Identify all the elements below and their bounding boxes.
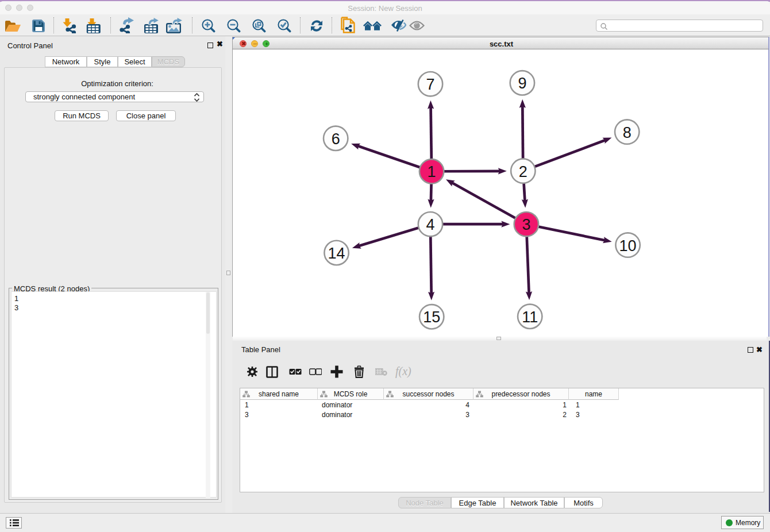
svg-text:7: 7 (426, 76, 434, 93)
svg-text:9: 9 (518, 75, 526, 92)
svg-text:10: 10 (619, 237, 637, 255)
svg-text:2: 2 (519, 163, 528, 180)
svg-text:15: 15 (423, 309, 440, 326)
svg-text:8: 8 (623, 124, 632, 141)
svg-text:6: 6 (332, 130, 340, 148)
svg-text:4: 4 (426, 216, 434, 233)
svg-text:11: 11 (522, 309, 538, 326)
svg-text:3: 3 (522, 216, 530, 233)
svg-text:14: 14 (328, 245, 345, 262)
svg-text:1: 1 (428, 163, 436, 180)
